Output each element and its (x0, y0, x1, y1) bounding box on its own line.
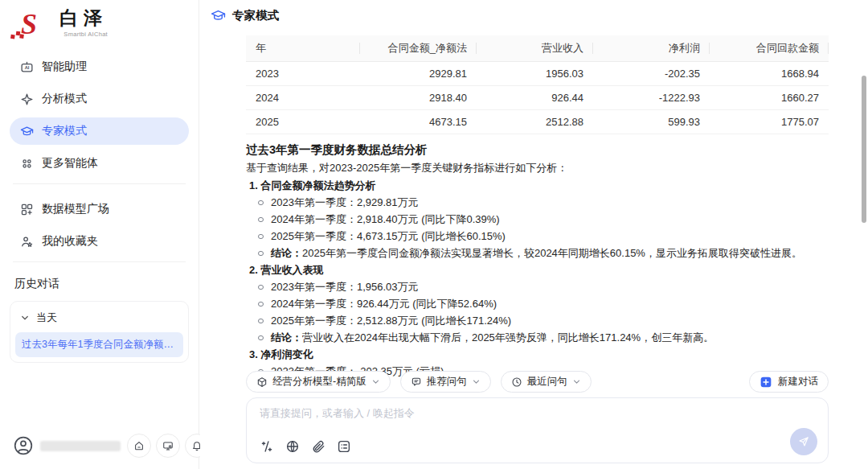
analysis-sections: 1. 合同金额净额法趋势分析2023年第一季度：2,929.81万元2024年第… (246, 177, 829, 380)
table-header-cell: 合同回款金额 (710, 41, 829, 56)
table-row: 20254673.152512.88599.931775.07 (246, 110, 829, 134)
table-cell: 1956.03 (477, 68, 593, 80)
analysis-bullet: 2024年第一季度：2,918.40万元 (同比下降0.39%) (246, 211, 829, 228)
table-cell: 2929.81 (360, 68, 477, 80)
page-title: 专家模式 (232, 8, 279, 23)
analysis-section-heading: 3. 净利润变化 (246, 346, 829, 363)
bullet-bold-label: 结论： (271, 247, 302, 259)
expert-mode-icon (211, 8, 226, 23)
speech-icon (411, 376, 422, 388)
page-header: 专家模式 (211, 8, 279, 23)
history-list: 过去3年每年1季度合同金额净额法，营... (15, 332, 183, 357)
send-button[interactable] (790, 428, 817, 455)
toolbar-pill-cube[interactable]: 经营分析模型-精简版 (246, 371, 391, 393)
svg-text:AI: AI (25, 65, 30, 70)
analysis-bullet: 2023年第一季度：2,929.81万元 (246, 194, 829, 211)
history-item[interactable]: 过去3年每年1季度合同金额净额法，营... (15, 332, 183, 357)
clock-icon (511, 376, 522, 388)
table-cell: 2024 (246, 92, 360, 104)
history-group-today[interactable]: 当天 (15, 306, 183, 329)
ai-assistant-icon: AI (20, 60, 34, 74)
table-cell: 926.44 (477, 92, 593, 104)
analysis-bullet: 2025年第一季度：2,512.88万元 (同比增长171.24%) (246, 312, 829, 329)
table-row: 20242918.40926.44-1222.931660.27 (246, 86, 829, 110)
analysis-bullet: 2024年第一季度：926.44万元 (同比下降52.64%) (246, 295, 829, 312)
sidebar-tools: 数据模型广场我的收藏夹 (10, 195, 189, 255)
more-agents-icon (20, 157, 34, 171)
sidebar-item-data-model[interactable]: 数据模型广场 (10, 195, 189, 223)
user-avatar-icon[interactable] (13, 435, 34, 456)
sidebar-item-more-agents[interactable]: 更多智能体 (10, 150, 189, 177)
pill-label: 推荐问句 (427, 375, 467, 389)
table-cell: 1660.27 (710, 92, 829, 104)
history-card: 当天 过去3年每年1季度合同金额净额法，营... (10, 301, 189, 363)
table-cell: 599.93 (593, 116, 710, 128)
sidebar-item-favorites[interactable]: 我的收藏夹 (10, 228, 189, 255)
table-cell: 2918.40 (360, 92, 477, 104)
analysis-intro: 基于查询结果，对2023-2025年第一季度关键财务指标进行如下分析： (246, 159, 829, 177)
table-cell: 1775.07 (710, 116, 829, 128)
sidebar-footer (0, 426, 199, 469)
home-button[interactable] (127, 434, 151, 458)
analysis-mode-icon (20, 93, 34, 106)
composer (246, 397, 829, 463)
sidebar-item-expert-mode[interactable]: 专家模式 (10, 117, 189, 145)
expert-mode-icon (20, 125, 34, 138)
new-chat-label: 新建对话 (778, 375, 818, 389)
table-header-cell: 合同金额_净额法 (360, 41, 477, 56)
analysis-title: 过去3年第一季度财务数据总结分析 (246, 141, 829, 159)
pill-label: 经营分析模型-精简版 (272, 375, 366, 389)
sidebar-item-ai-assistant[interactable]: AI智能助理 (10, 53, 189, 80)
checklist-icon[interactable] (337, 439, 351, 454)
divider (13, 183, 186, 184)
table-cell: 1668.94 (710, 68, 829, 80)
table-cell: 4673.15 (360, 116, 477, 128)
chat-input[interactable] (260, 406, 780, 430)
finance-table: 年合同金额_净额法营业收入净利润合同回款金额 20232929.811956.0… (246, 35, 829, 134)
main-area: 专家模式 年合同金额_净额法营业收入净利润合同回款金额 20232929.811… (200, 0, 868, 469)
bullet-bold-label: 结论： (271, 331, 302, 344)
table-header-cell: 年 (246, 41, 360, 56)
table-header-cell: 营业收入 (477, 41, 593, 56)
divider (13, 261, 186, 262)
table-cell: 2023 (246, 68, 360, 80)
analysis-block: 过去3年第一季度财务数据总结分析 基于查询结果，对2023-2025年第一季度关… (246, 141, 829, 380)
paperclip-icon[interactable] (311, 439, 326, 454)
plus-square-icon (760, 376, 772, 389)
favorites-icon (20, 235, 34, 249)
analysis-bullet: 2023年第一季度：1,956.03万元 (246, 278, 829, 295)
app-subtitle: Smartbi AIChat (59, 31, 108, 38)
toolbar-pill-speech[interactable]: 推荐问句 (400, 371, 491, 393)
globe-icon[interactable] (285, 439, 300, 454)
app-logo: S 白泽 Smartbi AIChat (21, 6, 108, 42)
analysis-bullet: 结论：营业收入在2024年出现大幅下滑后，2025年强势反弹，同比增长171.2… (246, 329, 829, 346)
scrollbar-thumb[interactable] (862, 76, 866, 223)
toolbar-pill-clock[interactable]: 最近问句 (501, 371, 592, 393)
sidebar-item-analysis-mode[interactable]: 分析模式 (10, 85, 189, 113)
toolbar-pills: 经营分析模型-精简版推荐问句最近问句 (246, 371, 592, 393)
workspace-button[interactable] (156, 434, 180, 458)
pill-label: 最近问句 (527, 375, 567, 389)
history-title: 历史对话 (14, 277, 189, 291)
sidebar-item-label: 专家模式 (42, 124, 87, 138)
sidebar-item-label: 智能助理 (42, 60, 87, 74)
logo-s-icon: S (21, 6, 53, 42)
chevron-down-icon (371, 377, 380, 386)
table-row: 20232929.811956.03-202.351668.94 (246, 62, 829, 86)
composer-toolbar: 经营分析模型-精简版推荐问句最近问句 新建对话 (246, 371, 829, 393)
table-header-cell: 净利润 (593, 41, 710, 56)
table-cell: 2512.88 (477, 116, 593, 128)
table-header-row: 年合同金额_净额法营业收入净利润合同回款金额 (246, 35, 829, 62)
chevron-down-icon (572, 377, 581, 386)
user-name-redacted (40, 441, 121, 451)
history-group-label: 当天 (36, 311, 57, 325)
sidebar-item-label: 分析模式 (42, 92, 87, 106)
sparkle-slash-icon[interactable] (260, 439, 274, 454)
sidebar-item-label: 更多智能体 (42, 156, 98, 171)
new-chat-button[interactable]: 新建对话 (749, 371, 829, 393)
monitor-gear-icon (162, 440, 174, 451)
sidebar-nav: AI智能助理分析模式专家模式更多智能体 (10, 53, 189, 177)
analysis-section-heading: 1. 合同金额净额法趋势分析 (246, 177, 829, 194)
chevron-down-icon (472, 377, 481, 386)
home-icon (133, 440, 145, 451)
